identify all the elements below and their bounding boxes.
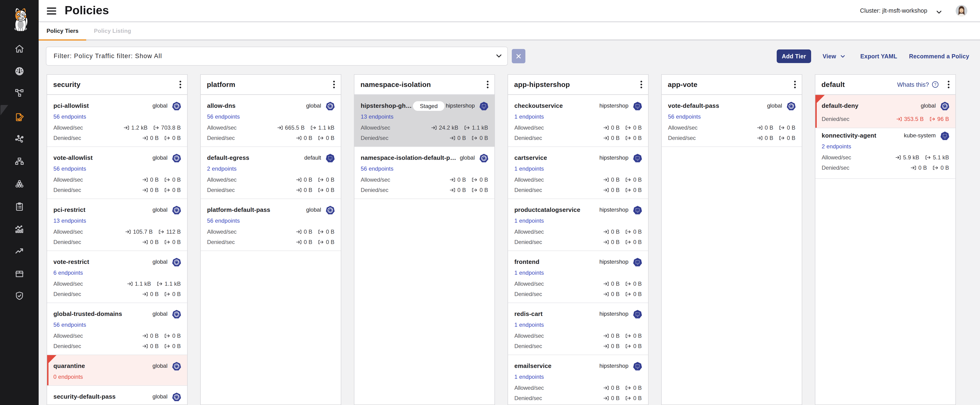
svg-text:ns: ns [944,137,945,139]
svg-text:ns: ns [483,108,485,109]
svg-text:ns: ns [637,368,638,369]
svg-text:?: ? [934,82,936,86]
svg-text:ns: ns [637,159,638,161]
svg-text:ns: ns [637,108,638,109]
svg-text:ns: ns [637,212,638,213]
svg-text:ns: ns [637,264,638,265]
svg-text:ns: ns [329,159,331,161]
svg-text:ns: ns [637,316,638,317]
